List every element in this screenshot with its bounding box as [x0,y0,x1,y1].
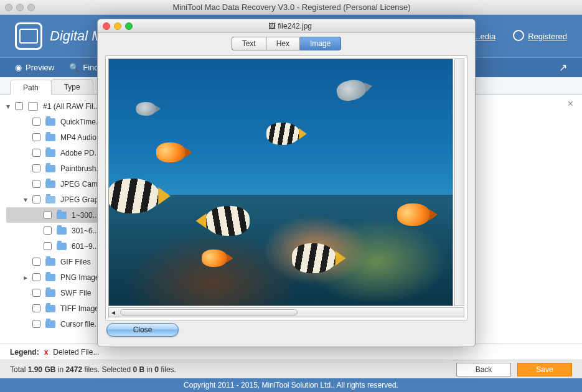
tree-item-label[interactable]: MP4 Audio... [60,133,103,142]
modal-minimize-traffic-light[interactable] [114,22,121,30]
tree-checkbox[interactable] [32,320,40,328]
tree-checkbox[interactable] [32,258,40,266]
folder-icon [45,289,55,297]
tree-checkbox[interactable] [32,289,40,297]
seg-hex[interactable]: Hex [266,37,300,50]
image-viewport: ◂ [105,55,467,320]
folder-icon [45,134,55,141]
back-button[interactable]: Back [456,363,511,376]
tree-item-label[interactable]: Adobe PD... [60,149,101,157]
tree-checkbox[interactable] [15,102,23,110]
tree-checkbox[interactable] [32,164,40,172]
tree-checkbox[interactable] [44,226,52,235]
main-titlebar: MiniTool Mac Data Recovery V3.0 - Regist… [0,0,582,15]
tab-type[interactable]: Type [51,79,93,94]
preview-image [108,58,453,306]
folder-icon [45,320,55,328]
tree-item-label[interactable]: 301~6... [72,226,99,235]
eye-icon: ◉ [15,63,22,72]
window-title: MiniTool Mac Data Recovery V3.0 - Regist… [39,2,582,12]
modal-segmented-control: Text Hex Image [98,33,475,54]
tree-item-label[interactable]: 601~9... [72,242,99,251]
folder-open-icon [45,196,55,203]
disclosure-icon[interactable]: ▸ [24,273,30,282]
vertical-scrollbar[interactable] [454,58,464,306]
disclosure-icon[interactable]: ▾ [6,102,12,111]
tab-path[interactable]: Path [10,80,52,95]
footer: Copyright 2011 - 2015, MiniTool Solution… [0,378,582,392]
close-button[interactable]: Close [106,323,179,337]
status-bar: Total 1.90 GB in 2472 files. Selected 0 … [0,360,582,378]
tree-item-label[interactable]: SWF File [60,289,91,297]
tree-checkbox[interactable] [32,149,40,157]
tree-item-label[interactable]: 1~300... [72,211,99,220]
folder-icon [45,274,55,281]
tree-checkbox[interactable] [44,242,52,250]
tree-checkbox[interactable] [32,133,40,141]
modal-titlebar[interactable]: 🖼 file242.jpg [98,19,475,33]
folder-icon [45,149,55,157]
modal-zoom-traffic-light[interactable] [125,22,133,30]
save-button[interactable]: Save [517,363,572,376]
disclosure-icon[interactable]: ▾ [24,195,30,204]
folder-icon [45,258,55,266]
drive-icon [28,102,38,111]
seg-image[interactable]: Image [300,37,341,50]
registered-link[interactable]: Registered [513,30,567,43]
image-preview-modal: 🖼 file242.jpg Text Hex Image ◂ [97,19,476,347]
minimize-traffic-light[interactable] [16,4,24,11]
image-file-icon: 🖼 [268,22,276,30]
app-logo-icon [15,22,42,50]
tree-checkbox[interactable] [32,195,40,203]
tree-checkbox[interactable] [32,118,40,126]
tree-root-label: #1 (All RAW Fil... [43,102,100,111]
tree-item-label[interactable]: QuickTime... [60,118,102,126]
tree-checkbox[interactable] [32,273,40,281]
zoom-traffic-light[interactable] [27,4,35,11]
folder-icon [45,118,55,126]
key-icon [513,30,524,43]
modal-close-traffic-light[interactable] [103,22,110,30]
horizontal-scrollbar[interactable]: ◂ [108,307,464,317]
modal-title: file242.jpg [278,22,312,30]
folder-icon [57,227,67,235]
tree-item-label[interactable]: Cursor file... [60,320,101,329]
tree-item-label[interactable]: GIF Files [60,258,91,266]
media-link[interactable]: ...edia [474,30,495,43]
close-preview-button[interactable]: × [568,98,573,110]
folder-icon [57,212,67,219]
search-icon: 🔍 [69,63,79,72]
folder-icon [45,305,55,312]
share-icon[interactable]: ↗ [559,62,567,73]
seg-text[interactable]: Text [232,37,266,50]
tree-checkbox[interactable] [44,211,52,219]
tree-item-label[interactable]: Paintbrush... [60,164,102,173]
tree-checkbox[interactable] [32,304,40,312]
tree-checkbox[interactable] [32,180,40,188]
folder-icon [57,243,67,250]
deleted-icon: x [44,348,49,357]
close-traffic-light[interactable] [5,4,12,11]
folder-icon [45,165,55,172]
preview-toolbar-button[interactable]: ◉ Preview [15,63,54,72]
folder-icon [45,180,55,188]
